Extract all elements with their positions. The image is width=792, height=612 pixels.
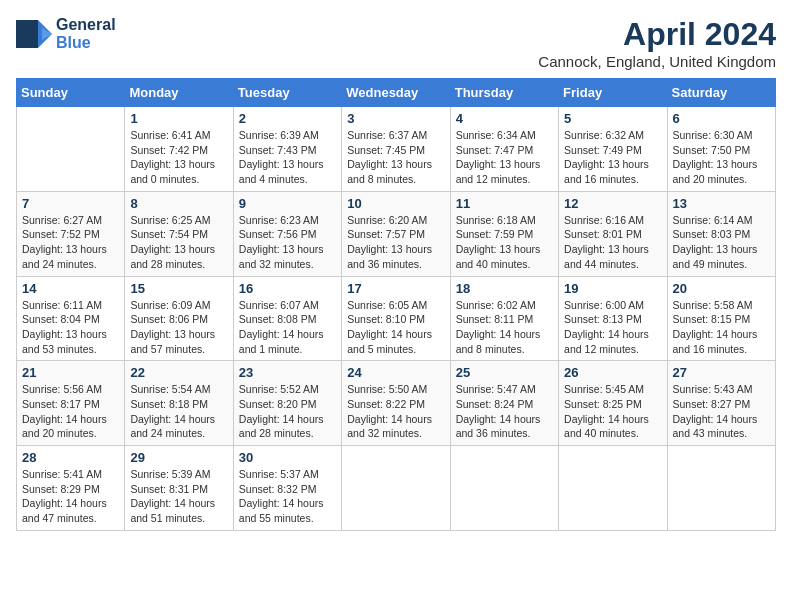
header-thursday: Thursday [450, 79, 558, 107]
calendar-cell: 22 Sunrise: 5:54 AM Sunset: 8:18 PM Dayl… [125, 361, 233, 446]
calendar-cell: 13 Sunrise: 6:14 AM Sunset: 8:03 PM Dayl… [667, 191, 775, 276]
day-info: Sunrise: 6:02 AM Sunset: 8:11 PM Dayligh… [456, 298, 553, 357]
calendar-cell: 10 Sunrise: 6:20 AM Sunset: 7:57 PM Dayl… [342, 191, 450, 276]
day-number: 9 [239, 196, 336, 211]
day-info: Sunrise: 6:27 AM Sunset: 7:52 PM Dayligh… [22, 213, 119, 272]
day-info: Sunrise: 6:37 AM Sunset: 7:45 PM Dayligh… [347, 128, 444, 187]
calendar-cell: 16 Sunrise: 6:07 AM Sunset: 8:08 PM Dayl… [233, 276, 341, 361]
calendar-cell: 19 Sunrise: 6:00 AM Sunset: 8:13 PM Dayl… [559, 276, 667, 361]
day-info: Sunrise: 6:23 AM Sunset: 7:56 PM Dayligh… [239, 213, 336, 272]
calendar-header-row: SundayMondayTuesdayWednesdayThursdayFrid… [17, 79, 776, 107]
day-info: Sunrise: 5:52 AM Sunset: 8:20 PM Dayligh… [239, 382, 336, 441]
calendar-cell: 25 Sunrise: 5:47 AM Sunset: 8:24 PM Dayl… [450, 361, 558, 446]
header-tuesday: Tuesday [233, 79, 341, 107]
day-info: Sunrise: 6:20 AM Sunset: 7:57 PM Dayligh… [347, 213, 444, 272]
day-info: Sunrise: 6:14 AM Sunset: 8:03 PM Dayligh… [673, 213, 770, 272]
day-number: 19 [564, 281, 661, 296]
calendar-cell: 23 Sunrise: 5:52 AM Sunset: 8:20 PM Dayl… [233, 361, 341, 446]
calendar-cell: 12 Sunrise: 6:16 AM Sunset: 8:01 PM Dayl… [559, 191, 667, 276]
day-info: Sunrise: 6:16 AM Sunset: 8:01 PM Dayligh… [564, 213, 661, 272]
calendar-table: SundayMondayTuesdayWednesdayThursdayFrid… [16, 78, 776, 531]
day-number: 14 [22, 281, 119, 296]
day-info: Sunrise: 6:11 AM Sunset: 8:04 PM Dayligh… [22, 298, 119, 357]
calendar-cell [17, 107, 125, 192]
day-number: 18 [456, 281, 553, 296]
calendar-cell: 4 Sunrise: 6:34 AM Sunset: 7:47 PM Dayli… [450, 107, 558, 192]
logo-line2: Blue [56, 34, 116, 52]
logo-line1: General [56, 16, 116, 34]
day-number: 1 [130, 111, 227, 126]
day-info: Sunrise: 6:18 AM Sunset: 7:59 PM Dayligh… [456, 213, 553, 272]
location: Cannock, England, United Kingdom [538, 53, 776, 70]
calendar-cell: 17 Sunrise: 6:05 AM Sunset: 8:10 PM Dayl… [342, 276, 450, 361]
day-info: Sunrise: 6:41 AM Sunset: 7:42 PM Dayligh… [130, 128, 227, 187]
day-number: 23 [239, 365, 336, 380]
day-number: 22 [130, 365, 227, 380]
calendar-cell: 27 Sunrise: 5:43 AM Sunset: 8:27 PM Dayl… [667, 361, 775, 446]
page-header: General Blue April 2024 Cannock, England… [16, 16, 776, 70]
day-number: 27 [673, 365, 770, 380]
day-number: 26 [564, 365, 661, 380]
day-number: 11 [456, 196, 553, 211]
day-number: 8 [130, 196, 227, 211]
day-info: Sunrise: 5:45 AM Sunset: 8:25 PM Dayligh… [564, 382, 661, 441]
day-number: 17 [347, 281, 444, 296]
day-info: Sunrise: 6:32 AM Sunset: 7:49 PM Dayligh… [564, 128, 661, 187]
calendar-cell: 20 Sunrise: 5:58 AM Sunset: 8:15 PM Dayl… [667, 276, 775, 361]
day-number: 5 [564, 111, 661, 126]
calendar-cell: 8 Sunrise: 6:25 AM Sunset: 7:54 PM Dayli… [125, 191, 233, 276]
day-number: 21 [22, 365, 119, 380]
calendar-cell: 7 Sunrise: 6:27 AM Sunset: 7:52 PM Dayli… [17, 191, 125, 276]
calendar-week-2: 7 Sunrise: 6:27 AM Sunset: 7:52 PM Dayli… [17, 191, 776, 276]
day-number: 7 [22, 196, 119, 211]
calendar-cell: 3 Sunrise: 6:37 AM Sunset: 7:45 PM Dayli… [342, 107, 450, 192]
day-info: Sunrise: 6:05 AM Sunset: 8:10 PM Dayligh… [347, 298, 444, 357]
day-number: 10 [347, 196, 444, 211]
day-info: Sunrise: 5:43 AM Sunset: 8:27 PM Dayligh… [673, 382, 770, 441]
month-title: April 2024 [538, 16, 776, 53]
calendar-cell: 30 Sunrise: 5:37 AM Sunset: 8:32 PM Dayl… [233, 446, 341, 531]
calendar-cell: 29 Sunrise: 5:39 AM Sunset: 8:31 PM Dayl… [125, 446, 233, 531]
day-info: Sunrise: 6:25 AM Sunset: 7:54 PM Dayligh… [130, 213, 227, 272]
day-number: 30 [239, 450, 336, 465]
calendar-cell [342, 446, 450, 531]
header-monday: Monday [125, 79, 233, 107]
calendar-cell: 21 Sunrise: 5:56 AM Sunset: 8:17 PM Dayl… [17, 361, 125, 446]
day-number: 15 [130, 281, 227, 296]
day-info: Sunrise: 5:50 AM Sunset: 8:22 PM Dayligh… [347, 382, 444, 441]
day-info: Sunrise: 6:34 AM Sunset: 7:47 PM Dayligh… [456, 128, 553, 187]
calendar-cell: 14 Sunrise: 6:11 AM Sunset: 8:04 PM Dayl… [17, 276, 125, 361]
day-number: 6 [673, 111, 770, 126]
header-saturday: Saturday [667, 79, 775, 107]
svg-rect-0 [16, 20, 38, 48]
calendar-cell [450, 446, 558, 531]
day-info: Sunrise: 5:47 AM Sunset: 8:24 PM Dayligh… [456, 382, 553, 441]
calendar-cell [667, 446, 775, 531]
header-friday: Friday [559, 79, 667, 107]
calendar-cell: 15 Sunrise: 6:09 AM Sunset: 8:06 PM Dayl… [125, 276, 233, 361]
day-number: 13 [673, 196, 770, 211]
calendar-cell: 28 Sunrise: 5:41 AM Sunset: 8:29 PM Dayl… [17, 446, 125, 531]
calendar-cell: 24 Sunrise: 5:50 AM Sunset: 8:22 PM Dayl… [342, 361, 450, 446]
calendar-cell: 11 Sunrise: 6:18 AM Sunset: 7:59 PM Dayl… [450, 191, 558, 276]
day-info: Sunrise: 6:09 AM Sunset: 8:06 PM Dayligh… [130, 298, 227, 357]
calendar-cell: 1 Sunrise: 6:41 AM Sunset: 7:42 PM Dayli… [125, 107, 233, 192]
day-info: Sunrise: 5:54 AM Sunset: 8:18 PM Dayligh… [130, 382, 227, 441]
calendar-cell: 2 Sunrise: 6:39 AM Sunset: 7:43 PM Dayli… [233, 107, 341, 192]
logo-icon [16, 20, 52, 48]
day-info: Sunrise: 6:00 AM Sunset: 8:13 PM Dayligh… [564, 298, 661, 357]
title-area: April 2024 Cannock, England, United King… [538, 16, 776, 70]
calendar-week-3: 14 Sunrise: 6:11 AM Sunset: 8:04 PM Dayl… [17, 276, 776, 361]
day-info: Sunrise: 5:58 AM Sunset: 8:15 PM Dayligh… [673, 298, 770, 357]
day-info: Sunrise: 6:39 AM Sunset: 7:43 PM Dayligh… [239, 128, 336, 187]
day-number: 24 [347, 365, 444, 380]
day-info: Sunrise: 5:56 AM Sunset: 8:17 PM Dayligh… [22, 382, 119, 441]
header-sunday: Sunday [17, 79, 125, 107]
calendar-week-5: 28 Sunrise: 5:41 AM Sunset: 8:29 PM Dayl… [17, 446, 776, 531]
calendar-cell: 26 Sunrise: 5:45 AM Sunset: 8:25 PM Dayl… [559, 361, 667, 446]
day-number: 20 [673, 281, 770, 296]
calendar-cell: 18 Sunrise: 6:02 AM Sunset: 8:11 PM Dayl… [450, 276, 558, 361]
day-info: Sunrise: 5:41 AM Sunset: 8:29 PM Dayligh… [22, 467, 119, 526]
day-info: Sunrise: 6:30 AM Sunset: 7:50 PM Dayligh… [673, 128, 770, 187]
calendar-week-4: 21 Sunrise: 5:56 AM Sunset: 8:17 PM Dayl… [17, 361, 776, 446]
